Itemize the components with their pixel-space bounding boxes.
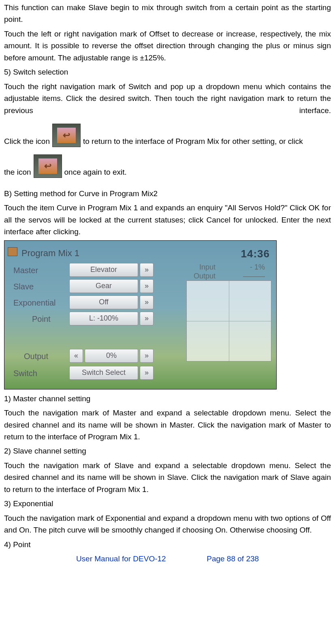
list-heading-1: 1) Master channel setting (4, 393, 331, 404)
list-heading-3: 3) Exponential (4, 498, 331, 509)
page-footer: User Manual for DEVO-12 Page 88 of 238 (4, 553, 331, 565)
label-master: Master (13, 264, 38, 277)
list-heading-4: 4) Point (4, 539, 331, 550)
curve-graph (186, 280, 271, 362)
icon-sentence-2: the icon ↩ once again to exit. (4, 154, 331, 178)
label-slave: Slave (13, 280, 34, 293)
nav-next-icon[interactable]: » (140, 279, 154, 293)
nav-next-icon[interactable]: » (140, 349, 154, 363)
text-fragment: once again to exit. (64, 166, 127, 178)
text-fragment: Click the icon (4, 135, 50, 147)
field-switch[interactable]: Switch Select (69, 366, 138, 380)
body-paragraph: Touch the navigation mark of Master and … (4, 407, 331, 443)
list-heading-2: 2) Slave channel setting (4, 445, 331, 457)
screen-title: Program Mix 1 (21, 246, 79, 260)
nav-next-icon[interactable]: » (140, 295, 154, 309)
text-fragment: the icon (4, 166, 31, 178)
icon-sentence-1: Click the icon ↩ to return to the interf… (4, 124, 331, 147)
footer-manual-title: User Manual for DEVO-12 (76, 554, 166, 563)
field-slave[interactable]: Gear (69, 279, 138, 293)
label-output: Output (24, 350, 48, 363)
document-page: This function can make Slave begin to mi… (0, 0, 335, 567)
body-paragraph: This function can make Slave begin to mi… (4, 2, 331, 26)
field-output[interactable]: 0% (85, 349, 138, 363)
footer-page-number: Page 88 of 238 (207, 554, 259, 563)
text-fragment: to return to the interface of Program Mi… (83, 135, 303, 147)
nav-next-icon[interactable]: » (140, 263, 154, 277)
nav-prev-icon[interactable]: « (69, 349, 83, 363)
label-point: Point (32, 313, 51, 325)
body-paragraph: Touch the navigation mark of Slave and e… (4, 460, 331, 495)
label-exponential: Exponential (13, 297, 56, 309)
nav-next-icon[interactable]: » (140, 312, 154, 325)
clock: 14:36 (241, 246, 270, 262)
body-paragraph: Touch the navigation mark of Exponential… (4, 512, 331, 536)
label-switch: Switch (13, 367, 37, 380)
device-screenshot: Program Mix 1 14:36 Master Slave Exponen… (4, 240, 277, 389)
nav-next-icon[interactable]: » (140, 366, 154, 380)
list-heading-5: 5) Switch selection (4, 66, 331, 78)
field-master[interactable]: Elevator (69, 263, 138, 277)
section-heading-b: B) Setting method for Curve in Program M… (4, 188, 331, 199)
back-icon[interactable] (8, 247, 17, 256)
back-icon: ↩ (52, 124, 81, 147)
body-paragraph: Touch the left or right navigation mark … (4, 28, 331, 64)
body-paragraph: Touch the item Curve in Program Mix 1 an… (4, 202, 331, 237)
field-point[interactable]: L: -100% (69, 312, 138, 325)
back-icon: ↩ (34, 154, 62, 178)
body-paragraph: Touch the right navigation mark of Switc… (4, 81, 331, 116)
field-exponential[interactable]: Off (69, 295, 138, 309)
